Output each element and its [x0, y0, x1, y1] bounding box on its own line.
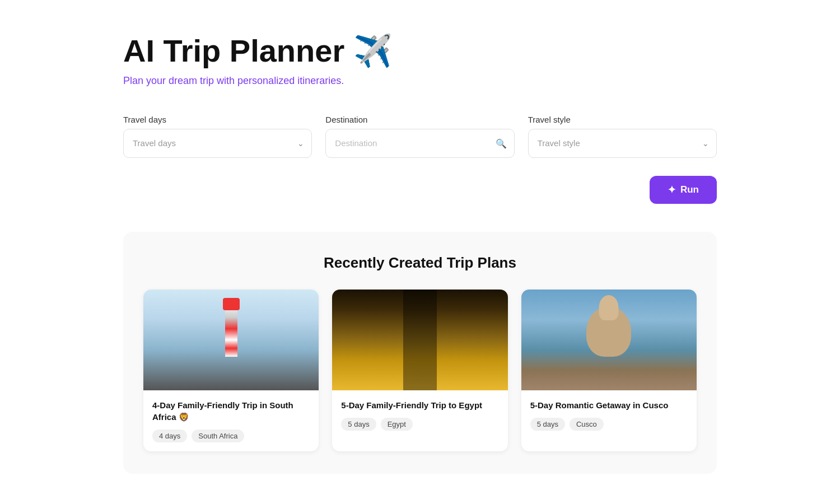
page-title: AI Trip Planner ✈️ — [123, 34, 717, 68]
travel-days-select[interactable]: Travel days 1 day 2 days 3 days 4 days 5… — [123, 129, 312, 158]
card-body: 5-Day Family-Friendly Trip to Egypt 5 da… — [332, 390, 507, 440]
run-button-label: Run — [680, 184, 699, 195]
card-tag-location: Cusco — [570, 418, 604, 431]
travel-days-field: Travel days Travel days 1 day 2 days 3 d… — [123, 115, 312, 158]
run-button[interactable]: ✦ Run — [650, 176, 717, 204]
card-body: 4-Day Family-Friendly Trip in South Afri… — [143, 390, 319, 451]
card-body: 5-Day Romantic Getaway in Cusco 5 days C… — [521, 390, 697, 440]
card-title: 5-Day Family-Friendly Trip to Egypt — [341, 399, 498, 411]
destination-field: Destination 🔍 — [325, 115, 514, 158]
travel-days-label: Travel days — [123, 115, 312, 124]
travel-style-select[interactable]: Travel style Adventure Relaxation Cultur… — [528, 129, 717, 158]
run-button-row: ✦ Run — [123, 176, 717, 204]
card-tags: 4 days South Africa — [152, 430, 310, 442]
sparkle-icon: ✦ — [668, 184, 676, 196]
card-tag-location: Egypt — [381, 418, 413, 431]
cards-row: 4-Day Family-Friendly Trip in South Afri… — [143, 290, 697, 451]
recently-section: Recently Created Trip Plans 4-Day Family… — [123, 232, 717, 474]
card-tag-days: 4 days — [152, 430, 187, 442]
trip-card[interactable]: 4-Day Family-Friendly Trip in South Afri… — [143, 290, 319, 451]
card-tag-days: 5 days — [530, 418, 565, 431]
card-title: 5-Day Romantic Getaway in Cusco — [530, 399, 688, 411]
card-title: 4-Day Family-Friendly Trip in South Afri… — [152, 399, 310, 423]
trip-card[interactable]: 5-Day Romantic Getaway in Cusco 5 days C… — [521, 290, 697, 451]
card-tag-location: South Africa — [192, 430, 244, 442]
card-tags: 5 days Egypt — [341, 418, 498, 431]
destination-wrapper: 🔍 — [325, 129, 514, 158]
destination-input[interactable] — [325, 129, 514, 158]
travel-style-field: Travel style Travel style Adventure Rela… — [528, 115, 717, 158]
planner-form: Travel days Travel days 1 day 2 days 3 d… — [123, 115, 717, 158]
trip-card[interactable]: 5-Day Family-Friendly Trip to Egypt 5 da… — [332, 290, 507, 451]
card-tags: 5 days Cusco — [530, 418, 688, 431]
card-image — [143, 290, 319, 390]
travel-style-label: Travel style — [528, 115, 717, 124]
travel-style-wrapper: Travel style Adventure Relaxation Cultur… — [528, 129, 717, 158]
card-tag-days: 5 days — [341, 418, 376, 431]
card-image — [332, 290, 507, 390]
travel-days-wrapper: Travel days 1 day 2 days 3 days 4 days 5… — [123, 129, 312, 158]
page-subtitle: Plan your dream trip with personalized i… — [123, 75, 717, 87]
destination-label: Destination — [325, 115, 514, 124]
recently-title: Recently Created Trip Plans — [143, 254, 697, 272]
card-image — [521, 290, 697, 390]
